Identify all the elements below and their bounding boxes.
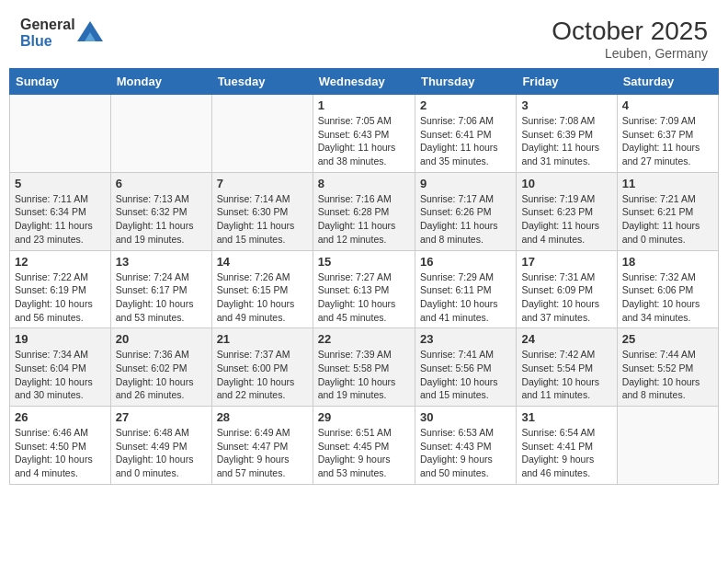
day-number: 5 xyxy=(15,177,106,190)
day-cell: 9Sunrise: 7:17 AM Sunset: 6:26 PM Daylig… xyxy=(415,172,516,250)
day-info: Sunrise: 7:13 AM Sunset: 6:32 PM Dayligh… xyxy=(116,192,207,247)
day-number: 14 xyxy=(217,255,308,269)
day-info: Sunrise: 7:11 AM Sunset: 6:34 PM Dayligh… xyxy=(15,192,106,247)
day-info: Sunrise: 7:05 AM Sunset: 6:43 PM Dayligh… xyxy=(318,114,410,168)
weekday-header-monday: Monday xyxy=(110,69,211,95)
day-cell: 14Sunrise: 7:26 AM Sunset: 6:15 PM Dayli… xyxy=(211,250,313,328)
day-cell: 6Sunrise: 7:13 AM Sunset: 6:32 PM Daylig… xyxy=(110,172,211,250)
day-info: Sunrise: 7:14 AM Sunset: 6:30 PM Dayligh… xyxy=(217,192,308,247)
day-cell xyxy=(211,95,313,173)
day-number: 16 xyxy=(420,255,511,269)
day-info: Sunrise: 6:54 AM Sunset: 4:41 PM Dayligh… xyxy=(521,426,611,480)
day-cell: 4Sunrise: 7:09 AM Sunset: 6:37 PM Daylig… xyxy=(617,95,718,173)
day-cell: 27Sunrise: 6:48 AM Sunset: 4:49 PM Dayli… xyxy=(110,407,211,485)
page-header: General Blue October 2025 Leuben, German… xyxy=(9,9,719,64)
day-cell: 23Sunrise: 7:41 AM Sunset: 5:56 PM Dayli… xyxy=(415,328,516,407)
day-cell: 11Sunrise: 7:21 AM Sunset: 6:21 PM Dayli… xyxy=(617,172,718,250)
day-cell: 1Sunrise: 7:05 AM Sunset: 6:43 PM Daylig… xyxy=(313,95,415,173)
day-number: 29 xyxy=(318,410,410,424)
day-cell: 31Sunrise: 6:54 AM Sunset: 4:41 PM Dayli… xyxy=(517,407,617,485)
day-cell xyxy=(110,95,211,173)
day-number: 10 xyxy=(521,177,611,190)
day-info: Sunrise: 7:34 AM Sunset: 6:04 PM Dayligh… xyxy=(15,348,106,402)
day-number: 13 xyxy=(116,255,207,269)
day-info: Sunrise: 7:36 AM Sunset: 6:02 PM Dayligh… xyxy=(116,348,207,402)
day-cell: 8Sunrise: 7:16 AM Sunset: 6:28 PM Daylig… xyxy=(313,172,415,250)
day-info: Sunrise: 7:41 AM Sunset: 5:56 PM Dayligh… xyxy=(420,348,511,402)
weekday-header-tuesday: Tuesday xyxy=(211,69,313,95)
day-info: Sunrise: 6:46 AM Sunset: 4:50 PM Dayligh… xyxy=(15,426,106,480)
week-row-1: 1Sunrise: 7:05 AM Sunset: 6:43 PM Daylig… xyxy=(10,95,719,173)
day-info: Sunrise: 7:26 AM Sunset: 6:15 PM Dayligh… xyxy=(217,270,308,325)
day-number: 11 xyxy=(622,177,713,190)
day-number: 26 xyxy=(15,410,106,424)
weekday-header-saturday: Saturday xyxy=(617,69,718,95)
day-cell: 20Sunrise: 7:36 AM Sunset: 6:02 PM Dayli… xyxy=(110,328,211,407)
day-number: 12 xyxy=(15,255,106,269)
day-number: 19 xyxy=(15,332,106,346)
day-info: Sunrise: 7:16 AM Sunset: 6:28 PM Dayligh… xyxy=(318,192,410,247)
day-number: 28 xyxy=(217,410,308,424)
day-info: Sunrise: 7:22 AM Sunset: 6:19 PM Dayligh… xyxy=(15,270,106,325)
day-number: 20 xyxy=(116,332,207,346)
logo-general: General xyxy=(20,17,75,32)
day-cell xyxy=(617,407,718,485)
day-cell: 19Sunrise: 7:34 AM Sunset: 6:04 PM Dayli… xyxy=(10,328,111,407)
day-info: Sunrise: 7:08 AM Sunset: 6:39 PM Dayligh… xyxy=(521,114,611,168)
day-number: 31 xyxy=(521,410,611,424)
day-cell: 5Sunrise: 7:11 AM Sunset: 6:34 PM Daylig… xyxy=(10,172,111,250)
day-cell: 7Sunrise: 7:14 AM Sunset: 6:30 PM Daylig… xyxy=(211,172,313,250)
day-number: 1 xyxy=(318,98,410,112)
day-cell: 25Sunrise: 7:44 AM Sunset: 5:52 PM Dayli… xyxy=(617,328,718,407)
day-info: Sunrise: 7:21 AM Sunset: 6:21 PM Dayligh… xyxy=(622,192,713,247)
location-title: Leuben, Germany xyxy=(552,46,708,61)
day-cell: 2Sunrise: 7:06 AM Sunset: 6:41 PM Daylig… xyxy=(415,95,516,173)
logo-blue: Blue xyxy=(20,33,52,49)
day-cell: 29Sunrise: 6:51 AM Sunset: 4:45 PM Dayli… xyxy=(313,407,415,485)
day-number: 7 xyxy=(217,177,308,190)
logo: General Blue xyxy=(20,17,103,50)
day-cell: 26Sunrise: 6:46 AM Sunset: 4:50 PM Dayli… xyxy=(10,407,111,485)
day-cell: 15Sunrise: 7:27 AM Sunset: 6:13 PM Dayli… xyxy=(313,250,415,328)
day-number: 30 xyxy=(420,410,511,424)
day-info: Sunrise: 7:42 AM Sunset: 5:54 PM Dayligh… xyxy=(521,348,611,402)
day-number: 9 xyxy=(420,177,511,190)
day-cell: 18Sunrise: 7:32 AM Sunset: 6:06 PM Dayli… xyxy=(617,250,718,328)
day-cell: 30Sunrise: 6:53 AM Sunset: 4:43 PM Dayli… xyxy=(415,407,516,485)
day-number: 27 xyxy=(116,410,207,424)
day-number: 22 xyxy=(318,332,410,346)
day-info: Sunrise: 7:37 AM Sunset: 6:00 PM Dayligh… xyxy=(217,348,308,402)
day-cell: 13Sunrise: 7:24 AM Sunset: 6:17 PM Dayli… xyxy=(110,250,211,328)
day-number: 21 xyxy=(217,332,308,346)
day-info: Sunrise: 7:17 AM Sunset: 6:26 PM Dayligh… xyxy=(420,192,511,247)
day-cell: 24Sunrise: 7:42 AM Sunset: 5:54 PM Dayli… xyxy=(517,328,617,407)
day-info: Sunrise: 7:29 AM Sunset: 6:11 PM Dayligh… xyxy=(420,270,511,325)
day-cell: 28Sunrise: 6:49 AM Sunset: 4:47 PM Dayli… xyxy=(211,407,313,485)
day-number: 18 xyxy=(622,255,713,269)
week-row-3: 12Sunrise: 7:22 AM Sunset: 6:19 PM Dayli… xyxy=(10,250,719,328)
day-info: Sunrise: 7:19 AM Sunset: 6:23 PM Dayligh… xyxy=(521,192,611,247)
day-cell: 16Sunrise: 7:29 AM Sunset: 6:11 PM Dayli… xyxy=(415,250,516,328)
calendar-table: SundayMondayTuesdayWednesdayThursdayFrid… xyxy=(9,68,719,485)
day-number: 3 xyxy=(521,98,611,112)
day-info: Sunrise: 7:27 AM Sunset: 6:13 PM Dayligh… xyxy=(318,270,410,325)
day-number: 2 xyxy=(420,98,511,112)
logo-text: General Blue xyxy=(20,17,75,50)
day-info: Sunrise: 6:51 AM Sunset: 4:45 PM Dayligh… xyxy=(318,426,410,480)
day-number: 4 xyxy=(622,98,713,112)
day-info: Sunrise: 7:39 AM Sunset: 5:58 PM Dayligh… xyxy=(318,348,410,402)
day-cell: 3Sunrise: 7:08 AM Sunset: 6:39 PM Daylig… xyxy=(517,95,617,173)
day-number: 23 xyxy=(420,332,511,346)
month-title: October 2025 xyxy=(552,17,708,46)
week-row-4: 19Sunrise: 7:34 AM Sunset: 6:04 PM Dayli… xyxy=(10,328,719,407)
day-cell: 10Sunrise: 7:19 AM Sunset: 6:23 PM Dayli… xyxy=(517,172,617,250)
day-cell: 21Sunrise: 7:37 AM Sunset: 6:00 PM Dayli… xyxy=(211,328,313,407)
weekday-header-friday: Friday xyxy=(517,69,617,95)
day-info: Sunrise: 7:32 AM Sunset: 6:06 PM Dayligh… xyxy=(622,270,713,325)
day-info: Sunrise: 7:09 AM Sunset: 6:37 PM Dayligh… xyxy=(622,114,713,168)
day-number: 15 xyxy=(318,255,410,269)
day-number: 25 xyxy=(622,332,713,346)
week-row-5: 26Sunrise: 6:46 AM Sunset: 4:50 PM Dayli… xyxy=(10,407,719,485)
day-number: 24 xyxy=(521,332,611,346)
title-block: October 2025 Leuben, Germany xyxy=(552,17,708,61)
